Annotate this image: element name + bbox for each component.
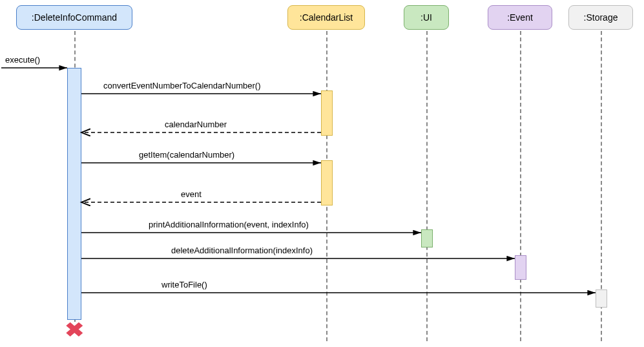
label-convert: convertEventNumberToCalendarNumber() (103, 81, 261, 90)
label-write: writeToFile() (161, 280, 207, 289)
label-calendarnumber: calendarNumber (165, 120, 227, 129)
lifeline-ui (426, 31, 428, 341)
activation-ui (421, 229, 433, 247)
label-event: event (181, 189, 202, 199)
label-execute: execute() (5, 55, 40, 65)
participant-label: :DeleteInfoCommand (32, 12, 117, 23)
participant-deleteinfocommand: :DeleteInfoCommand (16, 5, 132, 30)
activation-deleteinfocommand (67, 68, 81, 320)
participant-ui: :UI (404, 5, 449, 30)
activation-calendarlist-2 (321, 160, 333, 205)
destroy-icon: ✖ (65, 319, 84, 342)
participant-event: :Event (488, 5, 552, 30)
activation-calendarlist-1 (321, 90, 333, 136)
activation-storage (596, 289, 607, 308)
activation-event (515, 255, 526, 280)
participant-label: :CalendarList (300, 12, 353, 23)
lifeline-event (520, 31, 521, 341)
participant-storage: :Storage (568, 5, 633, 30)
participant-label: :Storage (584, 12, 618, 23)
label-delete: deleteAdditionalInformation(indexInfo) (171, 246, 313, 255)
participant-calendarlist: :CalendarList (287, 5, 365, 30)
label-getitem: getItem(calendarNumber) (139, 150, 234, 160)
participant-label: :UI (421, 12, 432, 23)
participant-label: :Event (507, 12, 533, 23)
label-print: printAdditionalInformation(event, indexI… (149, 220, 309, 229)
